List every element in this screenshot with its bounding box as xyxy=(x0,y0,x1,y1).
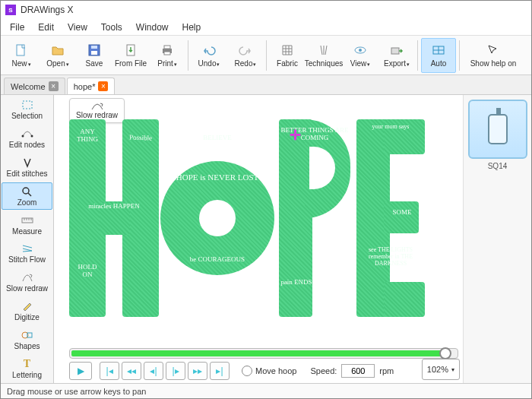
editnodes-tool[interactable]: Edit nodes xyxy=(2,125,52,152)
selection-tool[interactable]: Selection xyxy=(2,96,52,123)
save-button[interactable]: Save xyxy=(77,38,112,73)
first-button[interactable]: |◂ xyxy=(100,362,119,380)
slider-fill xyxy=(71,350,444,356)
playback-slider[interactable] xyxy=(69,348,458,359)
stepback-button[interactable]: ◂| xyxy=(144,362,163,380)
slider-knob[interactable] xyxy=(439,347,451,359)
speed-control: Speed: rpm xyxy=(310,364,394,378)
toolbar: New▾ Open▾ Save From File Print▾ Undo▾ R… xyxy=(1,36,531,75)
play-button[interactable]: ▶ xyxy=(69,362,92,380)
speed-input[interactable] xyxy=(341,364,375,378)
fabric-button[interactable]: Fabric xyxy=(270,38,305,73)
fromfile-button[interactable]: From File xyxy=(113,38,148,73)
shapes-icon xyxy=(21,329,34,341)
open-icon xyxy=(50,43,65,58)
ruler-icon xyxy=(21,214,34,226)
svg-rect-12 xyxy=(23,101,32,109)
last-button[interactable]: ▸| xyxy=(210,362,230,380)
chevron-down-icon: ▾ xyxy=(451,366,454,373)
zoom-icon xyxy=(21,185,34,198)
zoom-tool[interactable]: Zoom xyxy=(2,182,52,210)
eye-icon xyxy=(353,43,368,58)
svg-rect-7 xyxy=(164,52,170,55)
hoop-icon xyxy=(488,114,508,144)
svg-point-9 xyxy=(359,49,362,52)
menu-window[interactable]: Window xyxy=(130,21,175,34)
auto-button[interactable]: Auto xyxy=(421,38,456,73)
embroidery-design: ANY THING Possible miracles HAPPEN HOLD … xyxy=(69,119,426,332)
zoom-level[interactable]: 102% ▾ xyxy=(422,359,460,380)
menu-help[interactable]: Help xyxy=(176,21,207,34)
pen-icon xyxy=(21,300,34,312)
menu-view[interactable]: View xyxy=(62,21,93,34)
svg-rect-2 xyxy=(91,51,97,55)
close-icon[interactable]: × xyxy=(49,81,59,91)
menu-tools[interactable]: Tools xyxy=(95,21,128,34)
redo-icon xyxy=(238,43,253,58)
playback-bar: ▶ |◂ ◂◂ ◂| |▸ ▸▸ ▸| Move hoop Speed: rpm xyxy=(69,348,458,380)
redraw-icon xyxy=(21,271,34,283)
print-button[interactable]: Print▾ xyxy=(150,38,185,73)
menu-edit[interactable]: Edit xyxy=(32,21,60,34)
toolbar-separator xyxy=(266,40,267,71)
shapes-tool[interactable]: Shapes xyxy=(2,326,52,353)
auto-icon xyxy=(431,43,446,58)
canvas[interactable]: Slow redraw ANY THING Possible miracles … xyxy=(54,95,463,383)
crosshair-cursor-icon: ✛ xyxy=(290,127,301,144)
text-icon: T xyxy=(21,358,34,370)
export-icon xyxy=(389,43,404,58)
svg-point-13 xyxy=(21,135,24,137)
stitchflow-tool[interactable]: Stitch Flow xyxy=(2,240,52,268)
menu-file[interactable]: File xyxy=(4,21,30,34)
editstitches-tool[interactable]: Edit stitches xyxy=(2,154,52,181)
svg-point-15 xyxy=(23,188,29,194)
hoop-preview[interactable] xyxy=(468,100,527,159)
titlebar: S DRAWings X xyxy=(1,1,531,19)
showhelp-button[interactable]: Show help on xyxy=(463,38,524,73)
move-hoop-toggle[interactable]: Move hoop xyxy=(242,366,296,376)
statusbar: Drag mouse or use arrow keys to pan xyxy=(1,383,531,398)
close-icon[interactable]: × xyxy=(98,81,108,91)
measure-tool[interactable]: Measure xyxy=(2,211,52,239)
rewind-button[interactable]: ◂◂ xyxy=(122,362,141,380)
redraw-icon xyxy=(90,102,104,111)
status-text: Drag mouse or use arrow keys to pan xyxy=(7,387,146,396)
svg-point-14 xyxy=(30,135,33,137)
menubar: File Edit View Tools Window Help xyxy=(1,19,531,36)
stepfwd-button[interactable]: |▸ xyxy=(166,362,185,380)
svg-rect-6 xyxy=(164,46,170,49)
new-button[interactable]: New▾ xyxy=(4,38,39,73)
stitch-icon xyxy=(21,157,34,169)
main-area: Selection Edit nodes Edit stitches Zoom … xyxy=(1,95,531,383)
view-button[interactable]: View▾ xyxy=(343,38,378,73)
svg-rect-0 xyxy=(17,45,24,55)
tab-hope[interactable]: hope*× xyxy=(67,78,116,94)
svg-rect-10 xyxy=(391,48,399,54)
hoop-panel: SQ14 xyxy=(463,95,531,383)
svg-rect-3 xyxy=(91,46,97,49)
app-logo-icon: S xyxy=(5,5,16,15)
redo-button[interactable]: Redo▾ xyxy=(228,38,263,73)
export-button[interactable]: Export▾ xyxy=(379,38,414,73)
selection-icon xyxy=(21,99,34,111)
techniques-button[interactable]: Techniques xyxy=(306,38,341,73)
tabbar: Welcome× hope*× xyxy=(1,75,531,95)
new-icon xyxy=(14,43,29,58)
nodes-icon xyxy=(21,128,34,140)
undo-button[interactable]: Undo▾ xyxy=(192,38,226,73)
open-button[interactable]: Open▾ xyxy=(40,38,75,73)
techniques-icon xyxy=(316,43,331,58)
undo-icon xyxy=(201,43,217,58)
lettering-tool[interactable]: TLettering xyxy=(2,355,52,382)
slowredraw-tool[interactable]: Slow redraw xyxy=(2,268,52,296)
digitize-tool[interactable]: Digitize xyxy=(2,297,52,325)
app-title: DRAWings X xyxy=(21,5,74,15)
hoop-label: SQ14 xyxy=(468,162,527,170)
forward-button[interactable]: ▸▸ xyxy=(188,362,207,380)
save-icon xyxy=(87,43,102,58)
flow-icon xyxy=(21,242,34,255)
tab-welcome[interactable]: Welcome× xyxy=(4,78,65,94)
print-icon xyxy=(160,43,175,58)
radio-icon xyxy=(242,366,252,376)
fabric-icon xyxy=(280,43,295,58)
